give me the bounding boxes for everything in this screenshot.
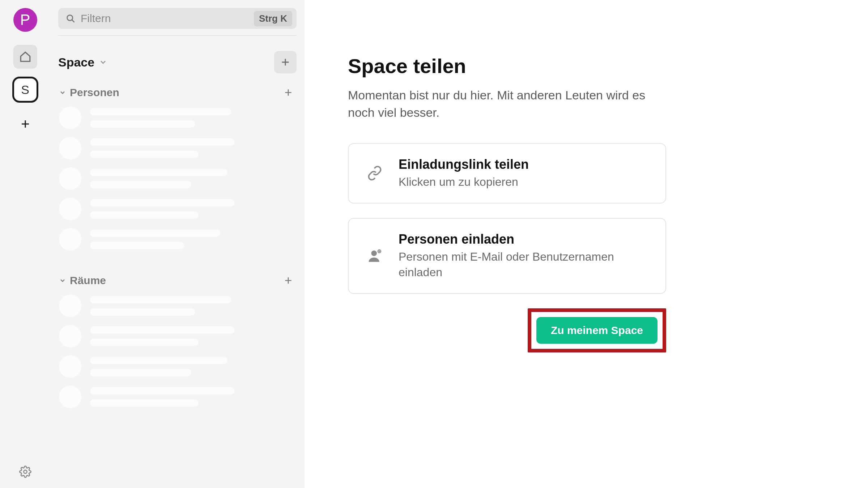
chevron-down-icon bbox=[99, 58, 107, 67]
share-link-card[interactable]: Einladungslink teilen Klicken um zu kopi… bbox=[348, 143, 666, 204]
page-title: Space teilen bbox=[348, 54, 666, 78]
person-add-icon bbox=[366, 248, 383, 264]
plus-icon bbox=[284, 276, 293, 285]
invite-people-sub: Personen mit E-Mail oder Benutzernamen e… bbox=[399, 249, 623, 280]
add-space-button[interactable] bbox=[13, 112, 37, 136]
share-link-sub: Klicken um zu kopieren bbox=[399, 174, 529, 190]
space-label: Space bbox=[58, 55, 94, 69]
search-shortcut: Strg K bbox=[254, 11, 292, 26]
section-people: Personen bbox=[58, 84, 297, 101]
search-bar[interactable]: Strg K bbox=[58, 8, 297, 29]
chevron-down-icon bbox=[59, 89, 66, 96]
add-room-button[interactable] bbox=[281, 276, 296, 285]
avatar[interactable]: P bbox=[13, 8, 37, 32]
rooms-skeleton bbox=[58, 295, 297, 408]
plus-icon bbox=[20, 119, 31, 129]
space-button[interactable]: S bbox=[12, 77, 38, 103]
home-button[interactable] bbox=[13, 45, 37, 69]
section-people-label: Personen bbox=[70, 86, 119, 99]
list-item bbox=[59, 325, 297, 347]
list-item bbox=[59, 386, 297, 408]
left-panel: Strg K Space Personen bbox=[50, 0, 305, 488]
divider bbox=[58, 35, 297, 36]
list-item bbox=[59, 167, 297, 190]
list-item bbox=[59, 198, 297, 220]
section-people-toggle[interactable]: Personen bbox=[59, 86, 119, 99]
section-rooms-label: Räume bbox=[70, 274, 106, 287]
page-subtitle: Momentan bist nur du hier. Mit anderen L… bbox=[348, 86, 663, 121]
add-people-button[interactable] bbox=[281, 88, 296, 97]
main-content: Space teilen Momentan bist nur du hier. … bbox=[305, 0, 868, 488]
chevron-down-icon bbox=[59, 277, 66, 284]
plus-icon bbox=[284, 88, 293, 97]
add-button[interactable] bbox=[274, 51, 297, 73]
space-switcher[interactable]: Space bbox=[58, 55, 107, 69]
svg-point-2 bbox=[371, 251, 376, 256]
invite-people-card[interactable]: Personen einladen Personen mit E-Mail od… bbox=[348, 218, 666, 294]
settings-button[interactable] bbox=[19, 466, 31, 478]
section-rooms-toggle[interactable]: Räume bbox=[59, 274, 106, 287]
share-link-title: Einladungslink teilen bbox=[399, 157, 529, 172]
people-skeleton bbox=[58, 107, 297, 251]
list-item bbox=[59, 137, 297, 159]
svg-point-0 bbox=[24, 470, 27, 473]
list-item bbox=[59, 355, 297, 378]
list-item bbox=[59, 228, 297, 251]
space-letter: S bbox=[21, 83, 29, 97]
avatar-letter: P bbox=[20, 11, 30, 29]
highlight-annotation: Zu meinem Space bbox=[528, 308, 666, 352]
search-icon bbox=[65, 13, 76, 23]
home-icon bbox=[19, 51, 31, 63]
invite-people-title: Personen einladen bbox=[399, 232, 623, 247]
gear-icon bbox=[19, 466, 31, 478]
list-item bbox=[59, 295, 297, 317]
go-to-space-button[interactable]: Zu meinem Space bbox=[536, 317, 658, 344]
search-input[interactable] bbox=[81, 12, 254, 25]
svg-point-1 bbox=[67, 15, 73, 21]
link-icon bbox=[366, 166, 383, 181]
list-item bbox=[59, 107, 297, 129]
plus-icon bbox=[280, 57, 290, 67]
nav-rail: P S bbox=[0, 0, 50, 488]
section-rooms: Räume bbox=[58, 272, 297, 289]
